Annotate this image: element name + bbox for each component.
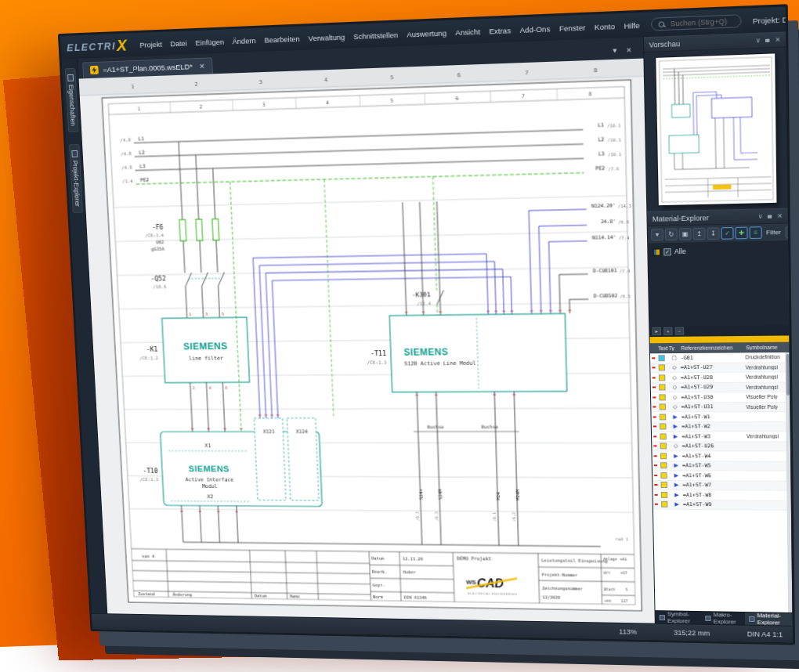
wire-name: PE2 (140, 177, 150, 182)
material-explorer-tree[interactable]: ✓ Alle (648, 241, 789, 327)
wire-type-icon: ▶ (669, 414, 682, 420)
color-swatch (661, 492, 667, 498)
f6-ref: -F6 (152, 223, 164, 231)
table-row[interactable]: ▶=A1+ST-W7 (653, 481, 790, 491)
material-explorer-table[interactable]: Text Ty Referenzkennzeichen Symbolname ▢… (650, 342, 793, 612)
pin-icon[interactable] (768, 215, 772, 218)
dropdown-arrow-icon[interactable]: ▾ (651, 229, 663, 241)
tab-close-icon[interactable]: ✕ (199, 62, 205, 70)
table-row[interactable]: ▶=A1+ST-W2 (652, 422, 790, 432)
col-text[interactable]: Text (657, 345, 668, 351)
sort-desc-icon[interactable]: ↧ (707, 227, 719, 240)
menu-auswertung[interactable]: Auswertung (404, 27, 449, 41)
col-type[interactable]: Ty (668, 345, 681, 350)
table-row[interactable]: ▢-G01Druckdefinition (650, 352, 790, 363)
dock-tab-makro-explorer[interactable]: Makro-Explorer (701, 612, 745, 625)
table-row[interactable]: ◇=A1+ST-U30Visueller Poly (651, 392, 790, 403)
table-row[interactable]: ▶=A1+ST-W4 (652, 451, 790, 461)
k1-pin: 1 (189, 312, 191, 316)
table-row[interactable]: ▶=A1+ST-W6 (653, 471, 791, 481)
refresh-icon[interactable]: ↻ (665, 228, 678, 240)
table-scrollbar[interactable] (785, 352, 792, 612)
tb-value: 117 (621, 599, 628, 603)
table-row[interactable]: ◇=A1+ST-U29Verdrahtungsl (651, 382, 790, 392)
table-row[interactable]: ◇=A1+ST-U31Visueller Poly (651, 402, 790, 412)
menu-konto[interactable]: Konto (592, 20, 618, 33)
table-remove-icon[interactable]: − (675, 327, 685, 335)
close-icon[interactable]: ✕ (775, 36, 780, 44)
page-col: 2 (199, 103, 202, 109)
menu-ansicht[interactable]: Ansicht (453, 25, 483, 38)
table-row[interactable]: ▶=A1+ST-W9 (653, 500, 791, 511)
frame-type-icon: ▢ (668, 355, 681, 361)
filter-open-icon[interactable]: ≡ (750, 226, 762, 239)
panel-close-icon[interactable]: ✕ (626, 46, 631, 54)
checkbox-checked-icon[interactable]: ✓ (663, 248, 671, 255)
net-name: S24M (438, 489, 443, 500)
preview-page[interactable] (656, 53, 776, 205)
dock-tab-symbol-explorer[interactable]: Symbol-Explorer (656, 611, 702, 624)
drawing-canvas[interactable]: 1 2 3 4 5 6 7 8 (79, 58, 655, 623)
copy-icon[interactable]: ▣ (679, 228, 692, 240)
table-row[interactable]: ▶=A1+ST-W8 (653, 490, 790, 500)
pin-icon[interactable] (765, 38, 769, 42)
sidebar-tab-eigenschaften[interactable]: Eigenschaften (64, 68, 78, 132)
color-swatch (660, 472, 667, 479)
collapse-icon[interactable]: ∨ (756, 37, 761, 45)
menu-fenster[interactable]: Fenster (556, 21, 588, 34)
table-row[interactable]: ◇=A1+ST-U27Verdrahtungsl (650, 363, 790, 374)
col-ref[interactable]: Referenzkennzeichen (680, 345, 745, 351)
ruler-col: 8 (594, 67, 598, 74)
polyline-type-icon: ◇ (669, 394, 682, 400)
global-search[interactable] (651, 14, 742, 31)
preview-body (644, 47, 787, 211)
table-expand-icon[interactable]: ▸ (652, 327, 661, 335)
search-input[interactable] (669, 16, 735, 29)
ruler-col: 6 (457, 72, 461, 78)
page-col: 1 (137, 106, 140, 111)
k1-pin: 3 (205, 312, 208, 316)
net-name: M24 (496, 492, 501, 500)
menu-einfuegen[interactable]: Einfügen (193, 35, 226, 49)
menu-extras[interactable]: Extras (486, 23, 513, 37)
close-icon[interactable]: ✕ (777, 212, 783, 219)
filter-all-icon[interactable]: ✓ (721, 227, 733, 240)
collapse-icon[interactable]: ▼ (611, 47, 618, 55)
wscad-logo-ws: WS (466, 579, 476, 586)
sort-asc-icon[interactable]: ↥ (693, 228, 706, 240)
table-row[interactable]: ▶=A1+ST-W5 (653, 461, 791, 471)
col-symbol[interactable]: Symbolname (745, 344, 785, 350)
filter-used-icon[interactable]: ✚ (735, 227, 747, 240)
table-row[interactable]: ▶=A1+ST-W1 (651, 412, 790, 422)
wire-name: PE2 (595, 165, 605, 172)
tree-root-row[interactable]: ✓ Alle (653, 246, 783, 256)
menu-datei[interactable]: Datei (168, 37, 190, 49)
zoom-level[interactable]: 113% (619, 627, 637, 635)
page-format[interactable]: DIN A4 1:1 (747, 630, 783, 638)
t10-name1: Active Interface (186, 477, 234, 483)
table-add-icon[interactable]: + (663, 327, 673, 335)
net-xref: /6.6 (618, 219, 629, 225)
menu-verwaltung[interactable]: Verwaltung (306, 31, 347, 44)
menu-projekt[interactable]: Projekt (137, 38, 164, 50)
dock-tab-label: Makro-Explorer (713, 611, 740, 625)
dock-tab-label: Symbol-Explorer (667, 610, 697, 624)
table-row[interactable]: ▶=A1+ST-W3Verdrahtungsl (652, 432, 790, 442)
k1-pin: 2 (193, 385, 195, 390)
k1-brand: SIEMENS (183, 341, 228, 352)
table-row[interactable]: ◇=A1+ST-U26 (652, 442, 790, 452)
wire-name: L2 (139, 150, 145, 155)
table-row[interactable]: ◇=A1+ST-U28Verdrahtungsl (650, 372, 790, 383)
tb-value: =A1 (620, 558, 627, 562)
electrix-logo: ELECTRIX (67, 36, 128, 56)
menu-schnittstellen[interactable]: Schnittstellen (351, 28, 400, 42)
wire-type-icon: ▶ (670, 453, 682, 459)
dock-tab-material-explorer[interactable]: Material-Explorer (745, 612, 793, 626)
menu-bearbeiten[interactable]: Bearbeiten (262, 32, 302, 45)
sidebar-tab-projekt-explorer[interactable]: Projekt-Explorer (69, 144, 83, 213)
collapse-icon[interactable]: ∨ (757, 213, 762, 220)
menu-hilfe[interactable]: Hilfe (621, 19, 642, 32)
menu-addons[interactable]: Add-Ons (517, 22, 552, 35)
page-col: 7 (522, 93, 525, 99)
menu-aendern[interactable]: Ändern (230, 34, 258, 46)
